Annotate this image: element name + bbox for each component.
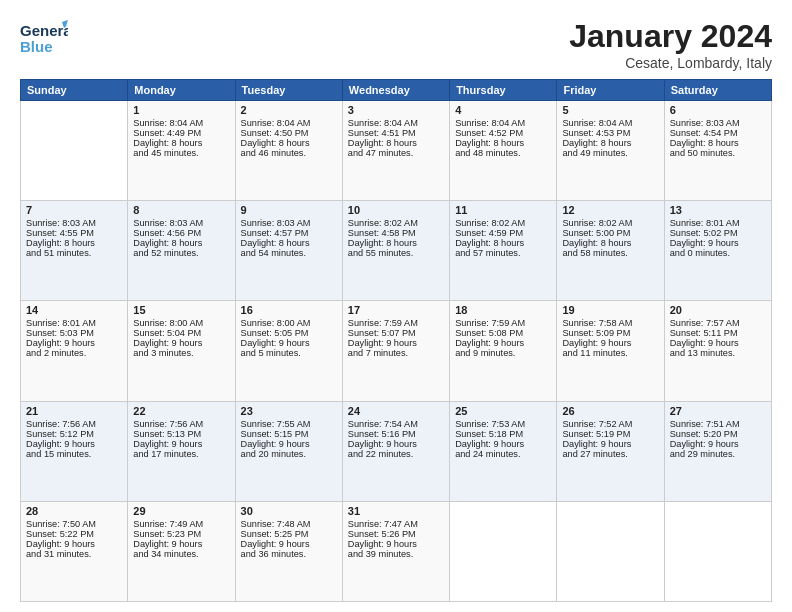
day-number: 22 bbox=[133, 405, 229, 417]
day-number: 5 bbox=[562, 104, 658, 116]
week-row-2: 7Sunrise: 8:03 AMSunset: 4:55 PMDaylight… bbox=[21, 201, 772, 301]
day-detail: Sunset: 5:07 PM bbox=[348, 328, 444, 338]
table-row: 28Sunrise: 7:50 AMSunset: 5:22 PMDayligh… bbox=[21, 501, 128, 601]
day-detail: Daylight: 8 hours bbox=[241, 238, 337, 248]
table-row: 23Sunrise: 7:55 AMSunset: 5:15 PMDayligh… bbox=[235, 401, 342, 501]
day-detail: Sunrise: 8:04 AM bbox=[348, 118, 444, 128]
table-row: 24Sunrise: 7:54 AMSunset: 5:16 PMDayligh… bbox=[342, 401, 449, 501]
day-detail: Sunset: 5:25 PM bbox=[241, 529, 337, 539]
day-detail: Sunrise: 8:03 AM bbox=[26, 218, 122, 228]
day-detail: Sunset: 5:19 PM bbox=[562, 429, 658, 439]
day-detail: Sunset: 5:05 PM bbox=[241, 328, 337, 338]
table-row: 27Sunrise: 7:51 AMSunset: 5:20 PMDayligh… bbox=[664, 401, 771, 501]
day-detail: and 47 minutes. bbox=[348, 148, 444, 158]
weekday-header-sunday: Sunday bbox=[21, 80, 128, 101]
day-detail: Sunset: 4:59 PM bbox=[455, 228, 551, 238]
day-detail: Sunrise: 8:04 AM bbox=[133, 118, 229, 128]
day-detail: and 52 minutes. bbox=[133, 248, 229, 258]
day-number: 6 bbox=[670, 104, 766, 116]
day-detail: Sunset: 4:54 PM bbox=[670, 128, 766, 138]
day-detail: and 13 minutes. bbox=[670, 348, 766, 358]
day-detail: Sunrise: 7:59 AM bbox=[455, 318, 551, 328]
day-detail: and 57 minutes. bbox=[455, 248, 551, 258]
day-detail: Sunset: 5:18 PM bbox=[455, 429, 551, 439]
day-detail: Daylight: 8 hours bbox=[562, 238, 658, 248]
day-number: 3 bbox=[348, 104, 444, 116]
day-detail: Daylight: 9 hours bbox=[241, 439, 337, 449]
day-detail: Sunset: 5:08 PM bbox=[455, 328, 551, 338]
day-detail: Sunset: 5:15 PM bbox=[241, 429, 337, 439]
table-row: 2Sunrise: 8:04 AMSunset: 4:50 PMDaylight… bbox=[235, 101, 342, 201]
day-detail: Daylight: 8 hours bbox=[241, 138, 337, 148]
day-detail: Daylight: 9 hours bbox=[26, 539, 122, 549]
day-number: 4 bbox=[455, 104, 551, 116]
day-detail: Daylight: 9 hours bbox=[133, 539, 229, 549]
day-number: 18 bbox=[455, 304, 551, 316]
day-detail: and 31 minutes. bbox=[26, 549, 122, 559]
day-detail: Daylight: 9 hours bbox=[348, 338, 444, 348]
header: General Blue January 2024 Cesate, Lombar… bbox=[20, 18, 772, 71]
page-title: January 2024 bbox=[569, 18, 772, 55]
day-number: 20 bbox=[670, 304, 766, 316]
day-detail: and 34 minutes. bbox=[133, 549, 229, 559]
day-detail: and 11 minutes. bbox=[562, 348, 658, 358]
table-row: 29Sunrise: 7:49 AMSunset: 5:23 PMDayligh… bbox=[128, 501, 235, 601]
table-row: 14Sunrise: 8:01 AMSunset: 5:03 PMDayligh… bbox=[21, 301, 128, 401]
day-detail: Sunrise: 8:01 AM bbox=[26, 318, 122, 328]
day-number: 28 bbox=[26, 505, 122, 517]
day-detail: and 0 minutes. bbox=[670, 248, 766, 258]
day-detail: Daylight: 9 hours bbox=[26, 439, 122, 449]
day-detail: Daylight: 9 hours bbox=[562, 338, 658, 348]
day-detail: and 48 minutes. bbox=[455, 148, 551, 158]
table-row: 25Sunrise: 7:53 AMSunset: 5:18 PMDayligh… bbox=[450, 401, 557, 501]
day-number: 31 bbox=[348, 505, 444, 517]
weekday-header-tuesday: Tuesday bbox=[235, 80, 342, 101]
table-row: 17Sunrise: 7:59 AMSunset: 5:07 PMDayligh… bbox=[342, 301, 449, 401]
day-detail: and 3 minutes. bbox=[133, 348, 229, 358]
day-detail: Sunrise: 7:55 AM bbox=[241, 419, 337, 429]
svg-text:General: General bbox=[20, 22, 68, 39]
table-row: 1Sunrise: 8:04 AMSunset: 4:49 PMDaylight… bbox=[128, 101, 235, 201]
calendar-table: SundayMondayTuesdayWednesdayThursdayFrid… bbox=[20, 79, 772, 602]
day-detail: Sunrise: 7:48 AM bbox=[241, 519, 337, 529]
day-detail: and 29 minutes. bbox=[670, 449, 766, 459]
day-detail: Sunset: 4:53 PM bbox=[562, 128, 658, 138]
day-detail: Daylight: 8 hours bbox=[348, 138, 444, 148]
day-number: 16 bbox=[241, 304, 337, 316]
table-row: 18Sunrise: 7:59 AMSunset: 5:08 PMDayligh… bbox=[450, 301, 557, 401]
day-detail: and 50 minutes. bbox=[670, 148, 766, 158]
table-row bbox=[664, 501, 771, 601]
day-number: 2 bbox=[241, 104, 337, 116]
day-detail: Sunrise: 8:02 AM bbox=[562, 218, 658, 228]
day-detail: Sunset: 4:51 PM bbox=[348, 128, 444, 138]
day-detail: Daylight: 8 hours bbox=[133, 138, 229, 148]
day-detail: and 45 minutes. bbox=[133, 148, 229, 158]
day-detail: Sunrise: 8:04 AM bbox=[241, 118, 337, 128]
day-detail: Sunrise: 7:51 AM bbox=[670, 419, 766, 429]
day-detail: and 17 minutes. bbox=[133, 449, 229, 459]
day-detail: Sunset: 4:55 PM bbox=[26, 228, 122, 238]
day-detail: Daylight: 9 hours bbox=[348, 439, 444, 449]
day-detail: Sunrise: 7:49 AM bbox=[133, 519, 229, 529]
table-row: 12Sunrise: 8:02 AMSunset: 5:00 PMDayligh… bbox=[557, 201, 664, 301]
day-detail: Daylight: 9 hours bbox=[455, 338, 551, 348]
day-detail: and 58 minutes. bbox=[562, 248, 658, 258]
day-detail: Daylight: 9 hours bbox=[133, 338, 229, 348]
svg-text:Blue: Blue bbox=[20, 38, 53, 55]
day-detail: Sunset: 5:12 PM bbox=[26, 429, 122, 439]
day-number: 7 bbox=[26, 204, 122, 216]
day-number: 25 bbox=[455, 405, 551, 417]
table-row: 11Sunrise: 8:02 AMSunset: 4:59 PMDayligh… bbox=[450, 201, 557, 301]
day-detail: Sunset: 5:11 PM bbox=[670, 328, 766, 338]
day-detail: Daylight: 8 hours bbox=[562, 138, 658, 148]
day-number: 9 bbox=[241, 204, 337, 216]
table-row: 15Sunrise: 8:00 AMSunset: 5:04 PMDayligh… bbox=[128, 301, 235, 401]
day-detail: Daylight: 9 hours bbox=[670, 439, 766, 449]
table-row: 4Sunrise: 8:04 AMSunset: 4:52 PMDaylight… bbox=[450, 101, 557, 201]
day-detail: Sunrise: 8:02 AM bbox=[348, 218, 444, 228]
logo-svg: General Blue bbox=[20, 18, 68, 62]
day-detail: Sunset: 5:03 PM bbox=[26, 328, 122, 338]
table-row bbox=[450, 501, 557, 601]
day-detail: Sunrise: 8:03 AM bbox=[670, 118, 766, 128]
day-detail: Daylight: 9 hours bbox=[241, 539, 337, 549]
